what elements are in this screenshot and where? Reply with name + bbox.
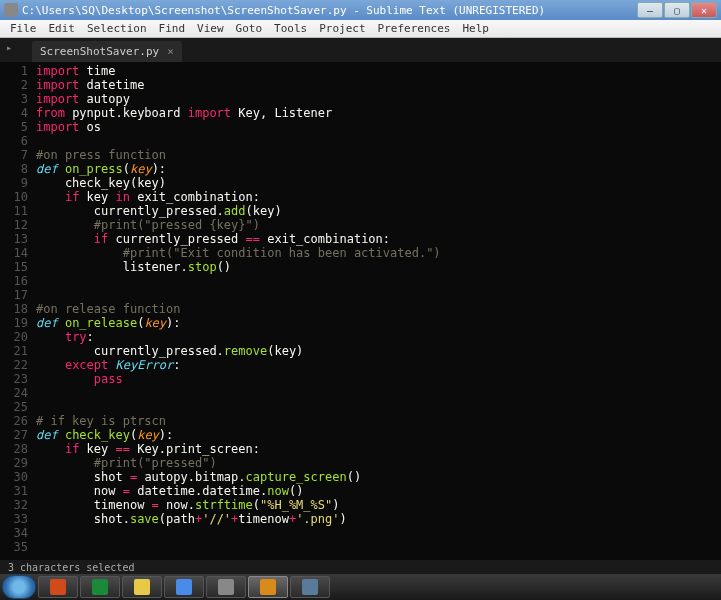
code-line[interactable]: now = datetime.datetime.now() bbox=[36, 484, 721, 498]
taskbar-explorer[interactable] bbox=[122, 576, 162, 598]
menu-preferences[interactable]: Preferences bbox=[372, 20, 457, 37]
menu-selection[interactable]: Selection bbox=[81, 20, 153, 37]
menu-view[interactable]: View bbox=[191, 20, 230, 37]
code-line[interactable]: import time bbox=[36, 64, 721, 78]
line-number: 22 bbox=[2, 358, 28, 372]
line-number: 1 bbox=[2, 64, 28, 78]
code-line[interactable]: currently_pressed.add(key) bbox=[36, 204, 721, 218]
tab-close-icon[interactable]: × bbox=[167, 45, 174, 58]
powerpoint-icon bbox=[50, 579, 66, 595]
line-number: 24 bbox=[2, 386, 28, 400]
code-line[interactable]: shot.save(path+'//'+timenow+'.png') bbox=[36, 512, 721, 526]
chrome-icon bbox=[176, 579, 192, 595]
code-line[interactable]: #on release function bbox=[36, 302, 721, 316]
line-number: 33 bbox=[2, 512, 28, 526]
menu-help[interactable]: Help bbox=[456, 20, 495, 37]
line-number: 4 bbox=[2, 106, 28, 120]
code-line[interactable]: #on press function bbox=[36, 148, 721, 162]
status-bar: 3 characters selected bbox=[0, 560, 721, 574]
code-line[interactable] bbox=[36, 540, 721, 554]
code-line[interactable]: pass bbox=[36, 372, 721, 386]
code-line[interactable] bbox=[36, 526, 721, 540]
tab-file[interactable]: ScreenShotSaver.py × bbox=[32, 41, 182, 62]
code-line[interactable]: import os bbox=[36, 120, 721, 134]
taskbar-powerpoint[interactable] bbox=[38, 576, 78, 598]
menu-file[interactable]: File bbox=[4, 20, 43, 37]
line-number: 2 bbox=[2, 78, 28, 92]
maximize-button[interactable]: ▢ bbox=[664, 2, 690, 18]
start-button[interactable] bbox=[2, 575, 36, 599]
line-number: 10 bbox=[2, 190, 28, 204]
explorer-icon bbox=[134, 579, 150, 595]
taskbar-chrome[interactable] bbox=[164, 576, 204, 598]
line-number: 6 bbox=[2, 134, 28, 148]
line-number: 12 bbox=[2, 218, 28, 232]
code-editor[interactable]: 1234567891011121314151617181920212223242… bbox=[0, 62, 721, 560]
code-line[interactable]: try: bbox=[36, 330, 721, 344]
windows-taskbar bbox=[0, 574, 721, 600]
menu-goto[interactable]: Goto bbox=[230, 20, 269, 37]
line-number: 23 bbox=[2, 372, 28, 386]
code-line[interactable] bbox=[36, 274, 721, 288]
menu-edit[interactable]: Edit bbox=[43, 20, 82, 37]
close-button[interactable]: ✕ bbox=[691, 2, 717, 18]
taskbar-excel[interactable] bbox=[80, 576, 120, 598]
code-line[interactable]: if currently_pressed == exit_combination… bbox=[36, 232, 721, 246]
code-area[interactable]: import timeimport datetimeimport autopyf… bbox=[36, 62, 721, 560]
window-titlebar[interactable]: C:\Users\SQ\Desktop\Screenshot\ScreenSho… bbox=[0, 0, 721, 20]
line-number: 13 bbox=[2, 232, 28, 246]
tab-bar: ▸ ScreenShotSaver.py × bbox=[0, 38, 721, 62]
line-number: 34 bbox=[2, 526, 28, 540]
code-line[interactable]: listener.stop() bbox=[36, 260, 721, 274]
line-number: 31 bbox=[2, 484, 28, 498]
code-line[interactable]: timenow = now.strftime("%H_%M_%S") bbox=[36, 498, 721, 512]
window-controls: — ▢ ✕ bbox=[637, 2, 717, 18]
code-line[interactable]: # if key is ptrscn bbox=[36, 414, 721, 428]
line-number: 14 bbox=[2, 246, 28, 260]
taskbar-sublime[interactable] bbox=[248, 576, 288, 598]
code-line[interactable]: import datetime bbox=[36, 78, 721, 92]
code-line[interactable]: #print("pressed") bbox=[36, 456, 721, 470]
line-number: 21 bbox=[2, 344, 28, 358]
sidebar-toggle-icon[interactable]: ▸ bbox=[6, 42, 12, 53]
line-number: 26 bbox=[2, 414, 28, 428]
code-line[interactable]: if key in exit_combination: bbox=[36, 190, 721, 204]
taskbar-app[interactable] bbox=[290, 576, 330, 598]
line-number: 7 bbox=[2, 148, 28, 162]
menu-bar: FileEditSelectionFindViewGotoToolsProjec… bbox=[0, 20, 721, 38]
code-line[interactable]: from pynput.keyboard import Key, Listene… bbox=[36, 106, 721, 120]
menu-project[interactable]: Project bbox=[313, 20, 371, 37]
code-line[interactable]: #print("Exit condition has been activate… bbox=[36, 246, 721, 260]
code-line[interactable]: def on_press(key): bbox=[36, 162, 721, 176]
code-line[interactable] bbox=[36, 288, 721, 302]
sublime-icon bbox=[260, 579, 276, 595]
line-number: 27 bbox=[2, 428, 28, 442]
line-number: 19 bbox=[2, 316, 28, 330]
code-line[interactable]: def check_key(key): bbox=[36, 428, 721, 442]
excel-icon bbox=[92, 579, 108, 595]
line-number: 5 bbox=[2, 120, 28, 134]
line-number: 17 bbox=[2, 288, 28, 302]
code-line[interactable] bbox=[36, 386, 721, 400]
code-line[interactable] bbox=[36, 400, 721, 414]
code-line[interactable]: currently_pressed.remove(key) bbox=[36, 344, 721, 358]
code-line[interactable]: check_key(key) bbox=[36, 176, 721, 190]
double-arrow-icon bbox=[218, 579, 234, 595]
window-title: C:\Users\SQ\Desktop\Screenshot\ScreenSho… bbox=[22, 4, 637, 17]
code-line[interactable]: shot = autopy.bitmap.capture_screen() bbox=[36, 470, 721, 484]
code-line[interactable]: #print("pressed {key}") bbox=[36, 218, 721, 232]
line-number: 20 bbox=[2, 330, 28, 344]
code-line[interactable]: def on_release(key): bbox=[36, 316, 721, 330]
minimize-button[interactable]: — bbox=[637, 2, 663, 18]
line-number: 35 bbox=[2, 540, 28, 554]
code-line[interactable]: if key == Key.print_screen: bbox=[36, 442, 721, 456]
menu-find[interactable]: Find bbox=[153, 20, 192, 37]
code-line[interactable] bbox=[36, 134, 721, 148]
line-gutter: 1234567891011121314151617181920212223242… bbox=[0, 62, 36, 560]
code-line[interactable]: except KeyError: bbox=[36, 358, 721, 372]
taskbar-double-arrow[interactable] bbox=[206, 576, 246, 598]
line-number: 25 bbox=[2, 400, 28, 414]
code-line[interactable]: import autopy bbox=[36, 92, 721, 106]
menu-tools[interactable]: Tools bbox=[268, 20, 313, 37]
line-number: 18 bbox=[2, 302, 28, 316]
